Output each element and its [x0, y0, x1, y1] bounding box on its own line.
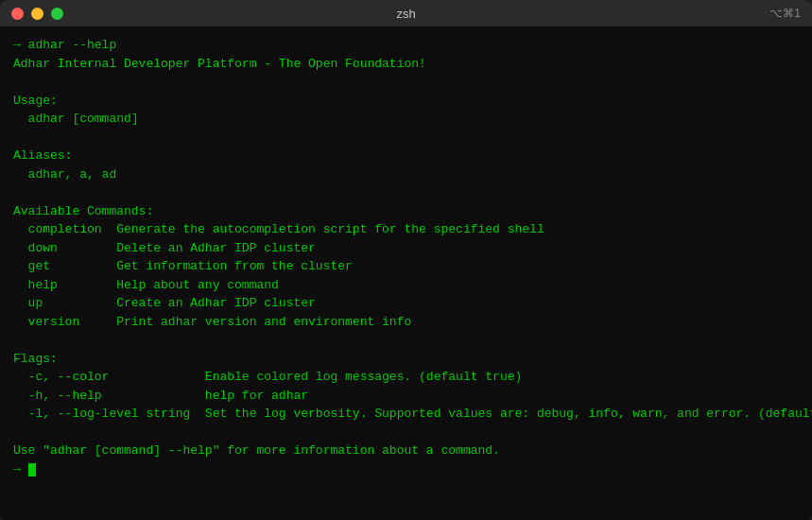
output-line: adhar [command] [13, 110, 799, 129]
window-controls [11, 8, 63, 20]
output-line: -c, --color Enable colored log messages.… [13, 368, 799, 387]
empty-line [13, 424, 799, 442]
output-line: get Get information from the cluster [13, 257, 799, 276]
maximize-button[interactable] [51, 8, 63, 20]
output-line: down Delete an Adhar IDP cluster [13, 239, 799, 258]
output-line: Available Commands: [13, 202, 799, 221]
output-line: help Help about any command [13, 276, 799, 295]
titlebar: zsh ⌥⌘1 [0, 0, 812, 26]
minimize-button[interactable] [31, 8, 43, 20]
output-line: up Create an Adhar IDP cluster [13, 294, 799, 313]
output-line: adhar, a, ad [13, 165, 799, 184]
prompt-line: → adhar --help [13, 36, 799, 55]
empty-line [13, 129, 799, 147]
active-prompt-line: → [13, 460, 799, 479]
empty-line [13, 331, 799, 350]
output-line: completion Generate the autocompletion s… [13, 220, 799, 239]
output-line: Use "adhar [command] --help" for more in… [13, 442, 799, 460]
output-line: version Print adhar version and environm… [13, 313, 799, 332]
keyboard-shortcut: ⌥⌘1 [769, 7, 801, 20]
terminal-window: zsh ⌥⌘1 → adhar --helpAdhar Internal Dev… [0, 0, 812, 520]
close-button[interactable] [11, 8, 24, 20]
terminal-body[interactable]: → adhar --helpAdhar Internal Developer P… [0, 26, 812, 520]
output-line: Usage: [13, 92, 799, 111]
output-line: -h, --help help for adhar [13, 387, 799, 406]
output-line: Adhar Internal Developer Platform - The … [13, 55, 799, 74]
terminal-cursor [28, 463, 36, 477]
empty-line [13, 183, 799, 202]
output-line: Flags: [13, 350, 799, 369]
output-line: Aliases: [13, 147, 799, 165]
empty-line [13, 73, 799, 92]
output-line: -l, --log-level string Set the log verbo… [13, 405, 799, 424]
window-title: zsh [396, 7, 415, 21]
